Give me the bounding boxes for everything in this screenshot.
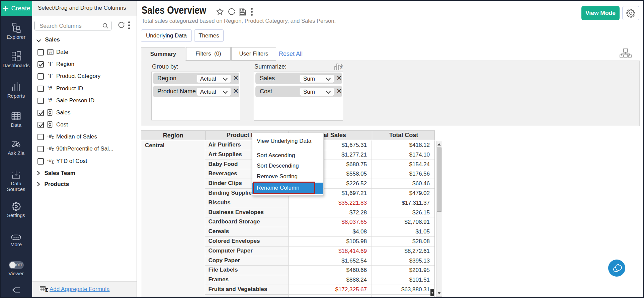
svg-text:Σ: Σ [340,65,343,70]
svg-text:Σ: Σ [45,287,48,292]
svg-text:17: 17 [49,52,52,55]
